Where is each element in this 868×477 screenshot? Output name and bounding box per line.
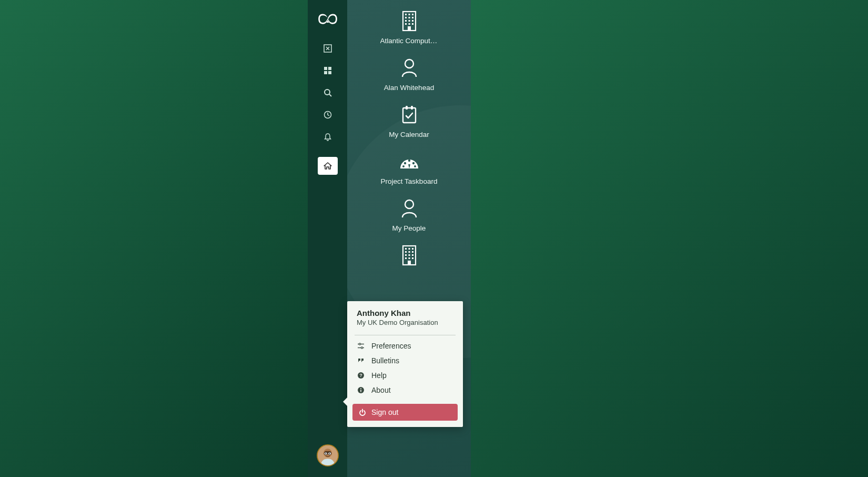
menu-label: About	[371, 386, 391, 394]
nav-search-icon[interactable]	[320, 85, 335, 100]
building-icon	[399, 245, 420, 266]
svg-point-40	[405, 200, 413, 208]
svg-rect-43	[408, 248, 410, 250]
svg-rect-23	[412, 17, 413, 18]
divider	[355, 335, 456, 335]
svg-rect-32	[403, 108, 416, 123]
user-menu-popup: Anthony Khan My UK Demo Organisation Pre…	[347, 301, 463, 427]
svg-rect-30	[408, 26, 411, 31]
svg-rect-20	[412, 14, 413, 15]
nav-bell-icon[interactable]	[320, 130, 335, 144]
svg-rect-34	[411, 106, 413, 110]
svg-point-14	[329, 453, 330, 454]
user-icon	[399, 57, 420, 78]
user-avatar[interactable]	[317, 444, 339, 466]
favorite-label: Atlantic Computers	[380, 37, 438, 45]
favorite-item-calendar[interactable]: My Calendar	[347, 104, 471, 138]
svg-point-5	[325, 90, 330, 95]
svg-point-36	[408, 160, 410, 162]
svg-point-31	[405, 59, 413, 68]
user-icon	[399, 198, 420, 219]
svg-rect-26	[412, 20, 413, 22]
favorite-label: Project Taskboard	[380, 177, 438, 185]
signout-button[interactable]: Sign out	[352, 404, 458, 421]
menu-label: Preferences	[371, 342, 411, 350]
menu-label: Help	[371, 371, 387, 380]
building-icon	[399, 11, 420, 32]
background-left	[0, 0, 308, 477]
svg-rect-42	[405, 248, 407, 250]
svg-rect-24	[405, 20, 407, 22]
svg-rect-53	[412, 257, 413, 259]
info-icon	[357, 386, 365, 394]
svg-rect-29	[412, 23, 413, 25]
favorite-label: Alan Whitehead	[380, 84, 438, 92]
svg-rect-48	[405, 254, 407, 256]
svg-rect-44	[412, 248, 413, 250]
popup-user-name: Anthony Khan	[357, 309, 453, 317]
calendar-check-icon	[399, 104, 420, 125]
menu-help[interactable]: ? Help	[347, 368, 463, 383]
svg-point-58	[361, 347, 362, 349]
svg-rect-54	[408, 261, 411, 265]
background-right	[471, 0, 868, 477]
sliders-icon	[357, 342, 365, 350]
nav-close-icon[interactable]	[320, 41, 335, 56]
app-logo	[315, 6, 340, 32]
menu-about[interactable]: About	[347, 383, 463, 398]
menu-label: Bulletins	[371, 356, 399, 365]
help-icon: ?	[357, 371, 365, 380]
svg-point-13	[325, 453, 326, 454]
svg-rect-33	[406, 106, 408, 110]
nav-clock-icon[interactable]	[320, 107, 335, 122]
svg-line-6	[329, 94, 331, 96]
popup-org-name: My UK Demo Organisation	[357, 319, 453, 326]
svg-text:?: ?	[359, 373, 362, 378]
svg-rect-19	[408, 14, 410, 15]
svg-rect-21	[405, 17, 407, 18]
svg-rect-45	[405, 251, 407, 253]
nav-grid-icon[interactable]	[320, 63, 335, 78]
svg-rect-18	[405, 14, 407, 15]
svg-rect-47	[412, 251, 413, 253]
svg-rect-27	[405, 23, 407, 25]
favorite-item-people[interactable]: My People	[347, 198, 471, 232]
svg-rect-50	[412, 254, 413, 256]
svg-rect-3	[324, 71, 327, 74]
svg-rect-22	[408, 17, 410, 18]
favorite-item-company-2[interactable]	[347, 245, 471, 271]
svg-rect-52	[408, 257, 410, 259]
svg-rect-4	[328, 71, 331, 74]
menu-preferences[interactable]: Preferences	[347, 339, 463, 353]
svg-point-38	[402, 165, 405, 167]
svg-rect-1	[324, 67, 327, 70]
svg-point-37	[412, 162, 414, 164]
favorite-label: My Calendar	[380, 131, 438, 138]
svg-rect-25	[408, 20, 410, 22]
nav-home-button[interactable]	[318, 157, 338, 175]
svg-rect-62	[360, 390, 361, 392]
favorite-item-company[interactable]: Atlantic Computers	[347, 11, 471, 45]
svg-point-63	[360, 388, 361, 389]
svg-rect-2	[328, 67, 331, 70]
svg-rect-49	[408, 254, 410, 256]
favorite-item-person[interactable]: Alan Whitehead	[347, 57, 471, 92]
favorite-item-taskboard[interactable]: Project Taskboard	[347, 151, 471, 185]
svg-rect-51	[405, 257, 407, 259]
svg-point-39	[414, 165, 416, 167]
svg-point-56	[359, 343, 360, 345]
menu-bulletins[interactable]: Bulletins	[347, 353, 463, 368]
power-icon	[359, 409, 366, 416]
signout-label: Sign out	[371, 408, 398, 416]
svg-rect-28	[408, 23, 410, 25]
svg-point-35	[403, 162, 406, 164]
favorite-label: My People	[380, 224, 438, 232]
dashboard-icon	[399, 151, 420, 172]
svg-rect-46	[408, 251, 410, 253]
nav-sidebar	[308, 0, 347, 477]
quote-icon	[357, 356, 365, 365]
